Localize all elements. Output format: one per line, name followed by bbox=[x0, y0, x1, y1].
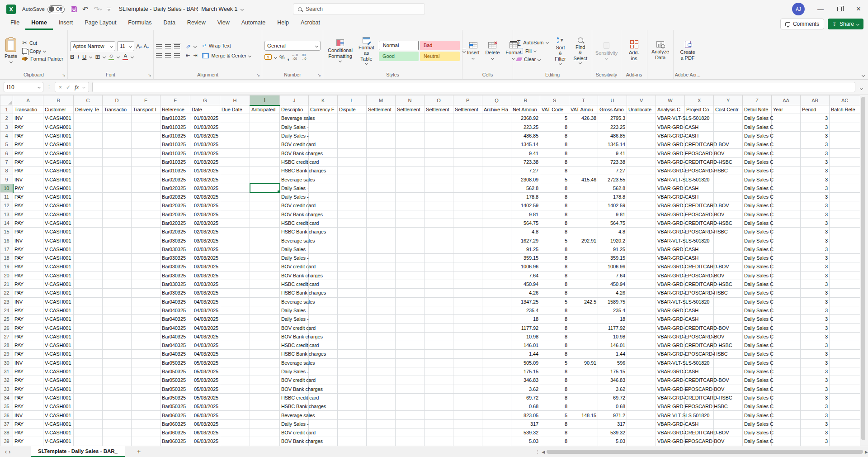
row-header-7[interactable]: 7 bbox=[0, 157, 13, 166]
cell-L38[interactable] bbox=[338, 428, 367, 437]
cell-P36[interactable] bbox=[453, 411, 482, 419]
cell-R9[interactable]: 2308.09 bbox=[511, 175, 540, 184]
cell-L22[interactable] bbox=[338, 289, 367, 297]
cell-E7[interactable] bbox=[132, 157, 160, 166]
insert-cells-button[interactable]: Insert bbox=[465, 32, 482, 70]
column-header-AB[interactable]: AB bbox=[801, 95, 830, 105]
cell-AC17[interactable] bbox=[830, 245, 860, 253]
cell-O4[interactable] bbox=[425, 131, 453, 140]
paste-button[interactable]: Paste bbox=[2, 32, 19, 70]
cell-L34[interactable] bbox=[338, 393, 367, 402]
cell-P24[interactable] bbox=[453, 306, 482, 314]
cell-S12[interactable]: 8 bbox=[540, 201, 569, 210]
column-header-P[interactable]: P bbox=[453, 95, 482, 105]
cell-L21[interactable] bbox=[338, 280, 367, 288]
cell-AA7[interactable] bbox=[772, 157, 801, 166]
cell-V5[interactable] bbox=[627, 140, 656, 149]
cell-J39[interactable]: BOV Bank charges bbox=[280, 437, 309, 446]
cell-AC24[interactable] bbox=[830, 306, 860, 314]
cell-L33[interactable] bbox=[338, 385, 367, 393]
cell-Z31[interactable]: Daily Sales C bbox=[743, 367, 772, 376]
cell-E23[interactable] bbox=[132, 297, 160, 306]
tab-data[interactable]: Data bbox=[157, 18, 181, 30]
cell-D32[interactable] bbox=[103, 376, 132, 385]
cell-H20[interactable] bbox=[220, 271, 250, 280]
cell-L11[interactable] bbox=[338, 192, 367, 201]
cell-AC13[interactable] bbox=[830, 210, 860, 219]
cell-A32[interactable]: PAY bbox=[13, 376, 43, 385]
row-header-6[interactable]: 6 bbox=[0, 149, 13, 157]
cell-J10[interactable]: Daily Sales - bbox=[280, 184, 309, 192]
cell-W25[interactable]: VBAR-GRD-CASH bbox=[656, 315, 685, 324]
style-good[interactable]: Good bbox=[379, 52, 419, 61]
cell-AB32[interactable]: 3 bbox=[801, 376, 830, 385]
cell-Q1[interactable]: Archive Fla bbox=[482, 105, 511, 114]
row-header-22[interactable]: 22 bbox=[0, 289, 13, 297]
row-header-21[interactable]: 21 bbox=[0, 280, 13, 288]
cell-I15[interactable] bbox=[250, 228, 280, 236]
cell-V38[interactable] bbox=[627, 428, 656, 437]
cell-I30[interactable] bbox=[250, 358, 280, 367]
cell-M2[interactable] bbox=[367, 114, 396, 123]
cell-S29[interactable]: 8 bbox=[540, 350, 569, 358]
cell-AA39[interactable] bbox=[772, 437, 801, 446]
cell-Z33[interactable]: Daily Sales C bbox=[743, 385, 772, 393]
cell-E37[interactable] bbox=[132, 419, 160, 428]
cell-O23[interactable] bbox=[425, 297, 453, 306]
cell-D19[interactable] bbox=[103, 262, 132, 271]
column-header-Z[interactable]: Z bbox=[743, 95, 772, 105]
cell-S37[interactable]: 8 bbox=[540, 419, 569, 428]
cell-V4[interactable] bbox=[627, 131, 656, 140]
cell-L29[interactable] bbox=[338, 350, 367, 358]
cell-Y4[interactable] bbox=[714, 131, 743, 140]
cell-O14[interactable] bbox=[425, 219, 453, 227]
cell-J15[interactable]: HSBC Bank charges bbox=[280, 228, 309, 236]
cell-D28[interactable] bbox=[103, 341, 132, 350]
cell-N17[interactable] bbox=[396, 245, 425, 253]
cell-L27[interactable] bbox=[338, 332, 367, 341]
cell-F11[interactable]: Bar020325 bbox=[160, 192, 190, 201]
cell-W16[interactable]: VBAR-VLT-SLS-501820 bbox=[656, 236, 685, 245]
cell-AC9[interactable] bbox=[830, 175, 860, 184]
row-header-1[interactable]: 1 bbox=[0, 105, 13, 114]
cell-W3[interactable]: VBAR-GRD-CASH bbox=[656, 123, 685, 131]
cell-P7[interactable] bbox=[453, 157, 482, 166]
cell-M11[interactable] bbox=[367, 192, 396, 201]
column-header-T[interactable]: T bbox=[569, 95, 598, 105]
cell-H29[interactable] bbox=[220, 350, 250, 358]
cell-Z11[interactable]: Daily Sales C bbox=[743, 192, 772, 201]
cell-T38[interactable] bbox=[569, 428, 598, 437]
cell-Q9[interactable] bbox=[482, 175, 511, 184]
cell-E8[interactable] bbox=[132, 167, 160, 175]
cell-B35[interactable]: V-CASH001 bbox=[43, 402, 74, 411]
cell-I23[interactable] bbox=[250, 297, 280, 306]
row-header-18[interactable]: 18 bbox=[0, 254, 13, 262]
vertical-scrollbar[interactable] bbox=[860, 95, 866, 446]
cell-C23[interactable] bbox=[74, 297, 103, 306]
cell-F38[interactable]: Bar060325 bbox=[160, 428, 190, 437]
cell-V11[interactable] bbox=[627, 192, 656, 201]
cell-D35[interactable] bbox=[103, 402, 132, 411]
cell-J31[interactable]: Daily Sales - bbox=[280, 367, 309, 376]
cell-J18[interactable]: Daily Sales - bbox=[280, 254, 309, 262]
cell-T4[interactable] bbox=[569, 131, 598, 140]
cell-C37[interactable] bbox=[74, 419, 103, 428]
cell-G18[interactable]: 03/03/2025 bbox=[190, 254, 220, 262]
cell-D24[interactable] bbox=[103, 306, 132, 314]
cell-U35[interactable]: 0.68 bbox=[598, 402, 627, 411]
cell-G31[interactable]: 05/03/2025 bbox=[190, 367, 220, 376]
cell-N3[interactable] bbox=[396, 123, 425, 131]
cell-U38[interactable]: 539.32 bbox=[598, 428, 627, 437]
cell-W18[interactable]: VBAR-GRD-CASH bbox=[656, 254, 685, 262]
cell-AB38[interactable]: 3 bbox=[801, 428, 830, 437]
cell-L32[interactable] bbox=[338, 376, 367, 385]
cell-S15[interactable]: 8 bbox=[540, 228, 569, 236]
cell-U9[interactable]: 2723.55 bbox=[598, 175, 627, 184]
cell-W27[interactable]: VBAR-GRD-EPOSCARD-BOV bbox=[656, 332, 685, 341]
cell-I2[interactable] bbox=[250, 114, 280, 123]
column-header-U[interactable]: U bbox=[598, 95, 627, 105]
cell-AB2[interactable]: 3 bbox=[801, 114, 830, 123]
cell-Z18[interactable]: Daily Sales C bbox=[743, 254, 772, 262]
sheet-tab-active[interactable]: SLTemplate - Daily Sales - BAR_ bbox=[31, 446, 125, 457]
cell-Y1[interactable]: Cost Centr bbox=[714, 105, 743, 114]
